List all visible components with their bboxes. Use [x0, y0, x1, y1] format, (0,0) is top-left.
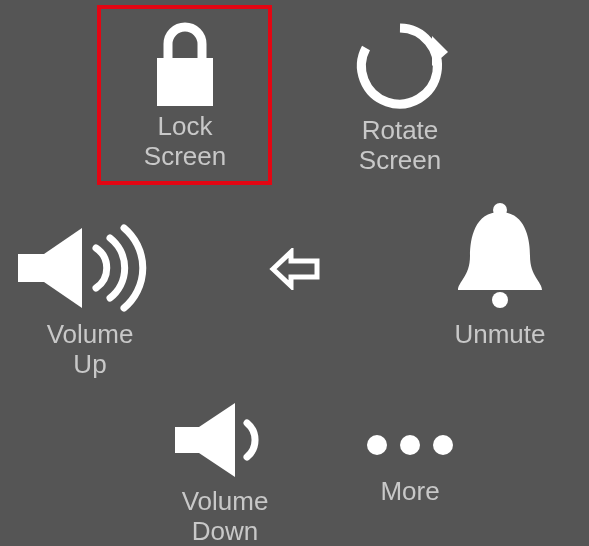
lock-icon — [145, 18, 225, 110]
lock-screen-label: Lock Screen — [144, 112, 226, 172]
rotate-screen-label: Rotate Screen — [359, 116, 441, 176]
volume-up-icon — [10, 218, 170, 318]
volume-up-label: Volume Up — [47, 320, 134, 380]
unmute-button[interactable]: Unmute — [420, 198, 580, 350]
svg-point-5 — [492, 292, 508, 308]
svg-rect-0 — [157, 58, 213, 106]
lock-screen-button[interactable]: Lock Screen — [120, 18, 250, 172]
svg-rect-6 — [175, 427, 199, 453]
rotate-icon — [350, 18, 450, 114]
rotate-screen-button[interactable]: Rotate Screen — [325, 18, 475, 176]
more-button[interactable]: More — [335, 415, 485, 507]
volume-down-button[interactable]: Volume Down — [150, 395, 300, 546]
svg-rect-2 — [18, 254, 44, 282]
volume-down-icon — [165, 395, 285, 485]
volume-down-label: Volume Down — [182, 487, 269, 546]
more-label: More — [380, 477, 439, 507]
back-arrow-icon — [269, 248, 321, 290]
back-button[interactable] — [265, 248, 325, 292]
more-icon — [355, 415, 465, 475]
unmute-label: Unmute — [454, 320, 545, 350]
svg-marker-3 — [44, 228, 82, 308]
svg-point-8 — [367, 435, 387, 455]
svg-marker-7 — [199, 403, 235, 477]
svg-point-10 — [433, 435, 453, 455]
volume-up-button[interactable]: Volume Up — [5, 218, 175, 380]
bell-icon — [440, 198, 560, 318]
svg-point-9 — [400, 435, 420, 455]
